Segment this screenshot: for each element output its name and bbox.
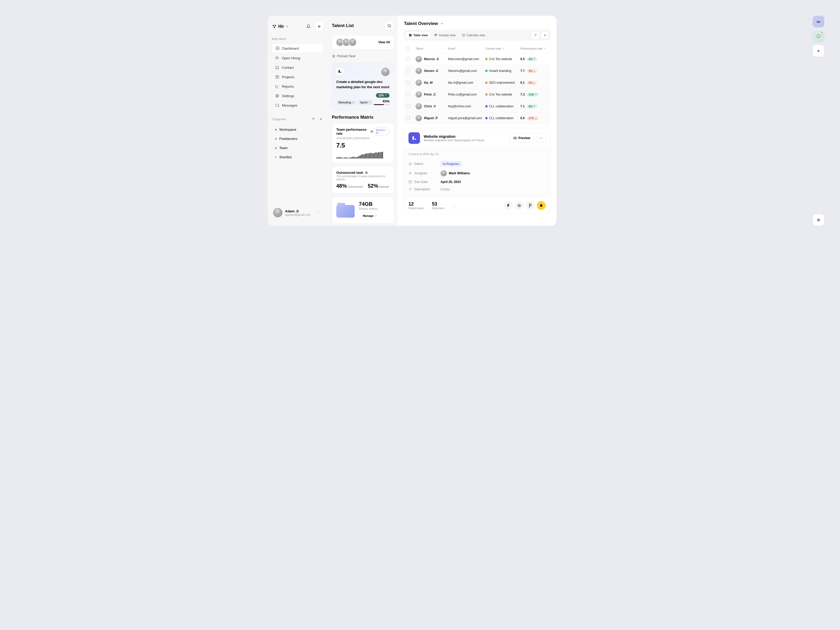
nav-messages[interactable]: Messages (272, 101, 324, 110)
table-row[interactable]: Miguel .P miguel.pora@gmail.com CLL coll… (404, 112, 550, 124)
filter-categories-button[interactable] (310, 116, 317, 122)
svg-rect-16 (411, 35, 412, 36)
tag-remove-icon[interactable]: ✕ (352, 101, 354, 104)
miro-icon[interactable] (537, 201, 546, 210)
nav-label: Reports (282, 85, 294, 88)
nav-settings[interactable]: Settings (272, 92, 324, 100)
row-checkbox[interactable] (406, 69, 410, 73)
svg-point-31 (455, 206, 455, 207)
notifications-button[interactable] (304, 22, 313, 31)
team-performance-card[interactable]: Team performance rate Netreon AI Overall… (332, 123, 394, 163)
col-performance-rate[interactable]: Performance rate (520, 47, 548, 50)
avatar (415, 68, 422, 74)
preview-button[interactable]: Preview (509, 133, 534, 143)
tag[interactable]: Marketing✕ (336, 100, 356, 105)
pinned-task-label: Pinned Task (332, 54, 394, 58)
tab-kanban-view[interactable]: Kanban view (431, 32, 459, 39)
avatar (415, 56, 422, 62)
framer-icon[interactable] (504, 201, 513, 210)
nav-open-hiring[interactable]: Open Hiring (272, 54, 324, 63)
nav-contact[interactable]: Contact (272, 63, 324, 72)
bar (382, 152, 383, 159)
ai-badge[interactable]: Netreon AI (373, 128, 390, 136)
categories-header: Categories (272, 116, 324, 122)
row-checkbox[interactable] (406, 104, 410, 108)
pinned-task-card[interactable]: Create a detailed google doc marketing p… (332, 63, 394, 110)
bar (381, 152, 382, 159)
detail-more-button[interactable] (536, 133, 546, 143)
table-row[interactable]: Chris .V hey@chrisv.com CLL collaboratio… (404, 101, 550, 112)
rail-add-button[interactable] (813, 45, 824, 57)
row-checkbox[interactable] (406, 57, 410, 61)
table-row[interactable]: Ilia .M Ilia-m@gmail.com SEO improvement… (404, 77, 550, 89)
rail-app-1[interactable] (813, 16, 824, 27)
nav-dashboard[interactable]: Dashboard (272, 44, 324, 53)
col-talent[interactable]: Talent (415, 47, 446, 50)
user-email: ajadam@gmail.com (285, 213, 314, 216)
table-row[interactable]: Marcos .S Marcosim@gmail.com Cris Teo we… (404, 53, 550, 65)
grid-icon (275, 46, 279, 51)
table-row[interactable]: Steven .S Stevens@gmail.com Amarti brand… (404, 65, 550, 77)
svg-point-7 (318, 213, 319, 214)
chevron-down-icon[interactable] (440, 22, 444, 25)
manage-button[interactable]: Manage (359, 212, 381, 219)
col-email[interactable]: Email (448, 47, 483, 50)
category-shortlist[interactable]: Shortlist (272, 153, 324, 161)
tab-calendar-view[interactable]: Calendar view (459, 32, 488, 39)
category-freelancers[interactable]: Freelancers (272, 135, 324, 143)
add-category-button[interactable] (317, 116, 324, 122)
task-cell: SEO improvement (485, 81, 518, 85)
plus-icon (543, 33, 547, 37)
view-all-link[interactable]: View All (378, 40, 390, 44)
table-row[interactable]: Pinto .C Pinto.cs@gmail.com Cris Teo web… (404, 89, 550, 101)
nav-label: Contact (282, 66, 294, 69)
row-checkbox[interactable] (406, 93, 410, 96)
stat-eligible: 12 Eligible talent (409, 201, 424, 210)
task-cell: Cris Teo website (485, 93, 518, 96)
outsourced-title: Outsourced task (336, 171, 390, 175)
col-current-task[interactable]: Current task (485, 47, 518, 50)
select-all-checkbox[interactable] (406, 47, 410, 51)
talent-name-cell: Ilia .M (415, 79, 446, 86)
performance-title: Performance Matrix (332, 115, 394, 120)
stats-more-button[interactable] (453, 202, 459, 209)
bar (346, 157, 346, 159)
category-team[interactable]: Team (272, 144, 324, 152)
category-workspace[interactable]: Workspace (272, 125, 324, 134)
nav-reports[interactable]: Reports (272, 82, 324, 91)
search-button[interactable] (385, 21, 394, 30)
rate-badge: 17% ⌄ (527, 116, 538, 120)
rail-app-2[interactable] (813, 30, 824, 42)
talent-list-header: Talent List (332, 21, 394, 30)
row-checkbox[interactable] (406, 81, 410, 85)
svg-rect-13 (409, 34, 410, 35)
nav-projects[interactable]: Projects (272, 73, 324, 81)
bar (370, 153, 371, 159)
bar (358, 156, 359, 159)
dot-icon (275, 156, 277, 158)
user-card[interactable]: Adam .S ajadam@gmail.com (272, 206, 324, 219)
description-value[interactable]: Empty... (441, 188, 452, 191)
calendar-icon (462, 33, 465, 37)
tag-remove-icon[interactable]: ✕ (369, 101, 371, 104)
tab-table-view[interactable]: Table view (405, 32, 431, 39)
figma-icon[interactable] (526, 201, 535, 210)
bar (348, 158, 349, 159)
rail-menu-button[interactable] (813, 214, 824, 226)
filter-button[interactable] (532, 31, 540, 39)
squarespace-icon[interactable] (515, 201, 524, 210)
kanban-icon (434, 33, 437, 37)
row-checkbox[interactable] (406, 116, 410, 120)
back-button[interactable] (315, 22, 324, 31)
team-perf-value: 7.5 (336, 142, 390, 149)
svg-point-24 (540, 138, 540, 138)
outsourced-card[interactable]: Outsourced task The percentage of tasks … (332, 166, 394, 193)
user-plus-icon (275, 56, 279, 60)
storage-card[interactable]: 74GB Shared folders Manage (332, 197, 394, 224)
add-button[interactable] (541, 31, 549, 39)
brand[interactable]: Hir (272, 24, 302, 29)
tag[interactable]: Sprint✕ (358, 100, 373, 105)
user-more-button[interactable] (317, 210, 323, 216)
svg-rect-19 (437, 34, 437, 35)
assignee-value[interactable]: Mark Williams (441, 170, 470, 177)
